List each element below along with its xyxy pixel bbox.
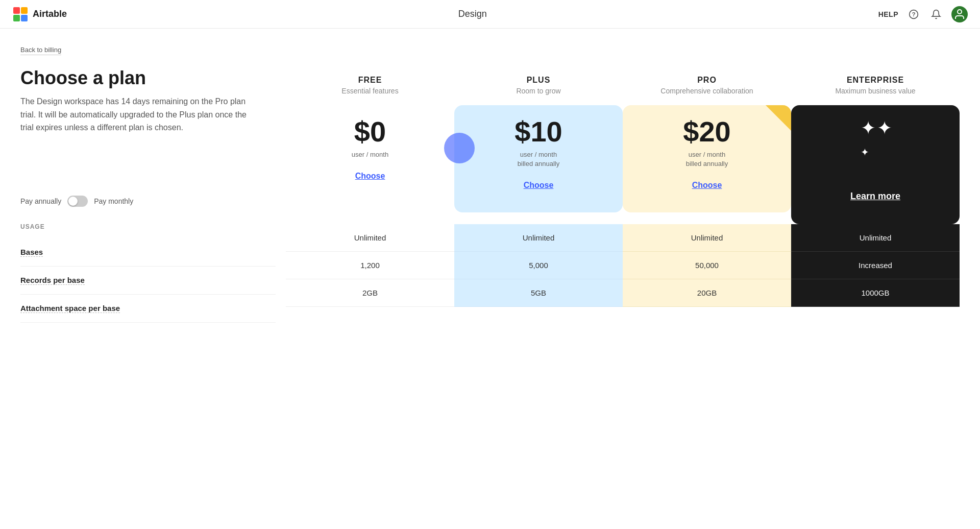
plan-col-free: FREE Essential features $0 user / month … [286,67,454,224]
feature-row-bases: Bases [20,238,276,267]
billing-toggle-row: Pay annually Pay monthly [20,196,276,207]
pro-plan-body: $20 user / month billed annually Choose [623,105,791,212]
header-actions: HELP ? [878,6,968,22]
free-plan-tagline: Essential features [290,87,450,95]
toggle-thumb [68,197,78,206]
bell-icon [931,9,941,19]
pro-decoration-triangle [766,105,791,131]
plus-plan-body: $10 user / month billed annually Choose [454,105,623,212]
pro-bases-value: Unlimited [623,224,791,252]
plan-col-plus: PLUS Room to grow $10 user / month bille… [454,67,623,224]
pro-attachment-value: 20GB [623,279,791,307]
feature-values-bases: Unlimited Unlimited Unlimited Unlimited [286,224,960,252]
logo[interactable]: Airtable [12,6,67,22]
sparkle-decoration: ✦ ✦✦ [861,117,890,160]
svg-rect-0 [13,7,20,14]
plus-decoration-circle [444,133,475,163]
page-title: Choose a plan [20,67,276,89]
free-attachment-value: 2GB [286,279,454,307]
plus-plan-name: PLUS [458,76,619,85]
page-subtitle: The Design workspace has 14 days remaini… [20,95,255,134]
pro-plan-price: $20 [683,117,730,146]
avatar-icon [953,8,966,20]
free-plan-body: $0 user / month Choose [286,105,454,203]
help-icon[interactable]: ? [906,7,921,21]
free-plan-header: FREE Essential features [286,67,454,105]
enterprise-learn-more-button[interactable]: Learn more [850,189,900,204]
feature-attachments-name: Attachment space per base [20,304,120,313]
back-to-billing-link[interactable]: Back to billing [20,46,61,55]
enterprise-plan-body: ✦ ✦✦ Learn more [791,105,960,224]
plus-plan-price-billing: billed annually [518,159,559,169]
feature-values-records: 1,200 5,000 50,000 Increased [286,252,960,279]
usage-section-label: USAGE [20,223,276,230]
plan-col-enterprise: ENTERPRISE Maximum business value ✦ ✦✦ L… [791,67,960,224]
question-mark-icon: ? [909,9,919,19]
left-panel: Choose a plan The Design workspace has 1… [20,67,286,323]
workspace-title: Design [458,9,487,19]
plus-choose-button[interactable]: Choose [524,179,554,192]
pro-plan-name: PRO [627,76,787,85]
svg-rect-1 [21,7,28,14]
airtable-logo-icon [12,6,29,22]
pro-plan-tagline: Comprehensive collaboration [627,87,787,95]
enterprise-attachment-value: 1000GB [791,279,960,307]
plus-plan-tagline: Room to grow [458,87,619,95]
enterprise-plan-header: ENTERPRISE Maximum business value [791,67,960,105]
main-content: Back to billing Choose a plan The Design… [0,29,980,339]
pay-annually-label: Pay annually [20,197,61,205]
plans-header-row: FREE Essential features $0 user / month … [286,67,960,224]
features-list: Bases Records per base Attachment space … [20,238,276,323]
logo-text: Airtable [33,9,67,19]
feature-row-records: Records per base [20,267,276,295]
svg-text:?: ? [912,11,915,17]
user-avatar[interactable] [951,6,968,22]
feature-row-attachments: Attachment space per base [20,295,276,323]
notification-icon[interactable] [929,7,943,21]
free-plan-price: $0 [354,117,386,146]
svg-rect-2 [13,15,20,21]
svg-point-6 [958,10,962,14]
free-choose-button[interactable]: Choose [355,170,385,183]
plus-bases-value: Unlimited [454,224,623,252]
free-plan-price-unit: user / month [352,150,388,159]
pro-choose-button[interactable]: Choose [692,179,722,192]
svg-rect-3 [21,15,28,21]
plans-container: FREE Essential features $0 user / month … [286,67,960,323]
free-plan-name: FREE [290,76,450,85]
pro-records-value: 50,000 [623,252,791,279]
enterprise-plan-name: ENTERPRISE [795,76,955,85]
app-header: Airtable Design HELP ? [0,0,980,29]
plus-attachment-value: 5GB [454,279,623,307]
pro-plan-price-unit: user / month [689,150,725,159]
plus-plan-price-unit: user / month [520,150,557,159]
plus-records-value: 5,000 [454,252,623,279]
pro-plan-price-billing: billed annually [686,159,728,169]
feature-records-name: Records per base [20,276,85,285]
enterprise-plan-tagline: Maximum business value [795,87,955,95]
plan-col-pro: PRO Comprehensive collaboration $20 user… [623,67,791,224]
enterprise-bases-value: Unlimited [791,224,960,252]
help-label: HELP [878,10,898,18]
feature-values-attachments: 2GB 5GB 20GB 1000GB [286,279,960,307]
free-bases-value: Unlimited [286,224,454,252]
feature-bases-name: Bases [20,248,43,257]
pay-monthly-label: Pay monthly [94,197,133,205]
billing-toggle[interactable] [67,196,88,207]
free-records-value: 1,200 [286,252,454,279]
plus-plan-header: PLUS Room to grow [454,67,623,105]
plus-plan-price: $10 [514,117,562,146]
pro-plan-header: PRO Comprehensive collaboration [623,67,791,105]
enterprise-records-value: Increased [791,252,960,279]
